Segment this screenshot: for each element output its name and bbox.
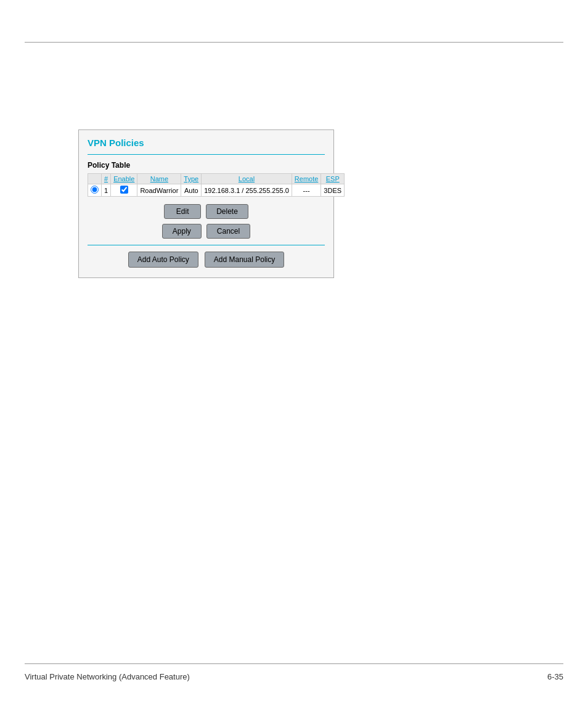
- row-type: Auto: [181, 184, 202, 197]
- col-header-type: Type: [181, 174, 202, 184]
- row-radio-cell[interactable]: [88, 184, 102, 197]
- table-row: 1 RoadWarrior Auto 192.168.3.1 / 255.255…: [88, 184, 345, 197]
- top-divider: [25, 42, 563, 43]
- apply-cancel-row: Apply Cancel: [88, 224, 325, 239]
- col-header-name: Name: [137, 174, 181, 184]
- row-esp: 3DES: [321, 184, 345, 197]
- vpn-panel: VPN Policies Policy Table # Enable Name …: [78, 129, 334, 278]
- edit-delete-row: Edit Delete: [88, 204, 325, 219]
- col-header-select: [88, 174, 102, 184]
- edit-button[interactable]: Edit: [164, 204, 201, 219]
- col-header-remote: Remote: [292, 174, 321, 184]
- add-buttons-row: Add Auto Policy Add Manual Policy: [88, 252, 325, 268]
- footer-right-text: 6-35: [547, 672, 563, 681]
- add-auto-policy-button[interactable]: Add Auto Policy: [128, 252, 198, 268]
- col-header-enable: Enable: [111, 174, 137, 184]
- vpn-panel-title: VPN Policies: [88, 138, 325, 148]
- footer-left-text: Virtual Private Networking (Advanced Fea…: [25, 672, 190, 681]
- col-header-number: #: [102, 174, 111, 184]
- row-enable-cell[interactable]: [111, 184, 137, 197]
- delete-button[interactable]: Delete: [206, 204, 248, 219]
- policy-table-label: Policy Table: [88, 161, 325, 170]
- row-local: 192.168.3.1 / 255.255.255.0: [202, 184, 292, 197]
- row-enable-checkbox[interactable]: [120, 186, 128, 194]
- bottom-section-divider: [88, 245, 325, 245]
- cancel-button[interactable]: Cancel: [206, 224, 250, 239]
- col-header-esp: ESP: [321, 174, 345, 184]
- row-number: 1: [102, 184, 111, 197]
- policy-table: # Enable Name Type Local Remote ESP 1 Ro…: [88, 173, 345, 197]
- col-header-local: Local: [202, 174, 292, 184]
- add-manual-policy-button[interactable]: Add Manual Policy: [205, 252, 284, 268]
- title-divider: [88, 154, 325, 155]
- row-radio-input[interactable]: [91, 186, 99, 194]
- apply-button[interactable]: Apply: [162, 224, 202, 239]
- row-name: RoadWarrior: [137, 184, 181, 197]
- row-remote: ---: [292, 184, 321, 197]
- bottom-divider: [25, 663, 563, 664]
